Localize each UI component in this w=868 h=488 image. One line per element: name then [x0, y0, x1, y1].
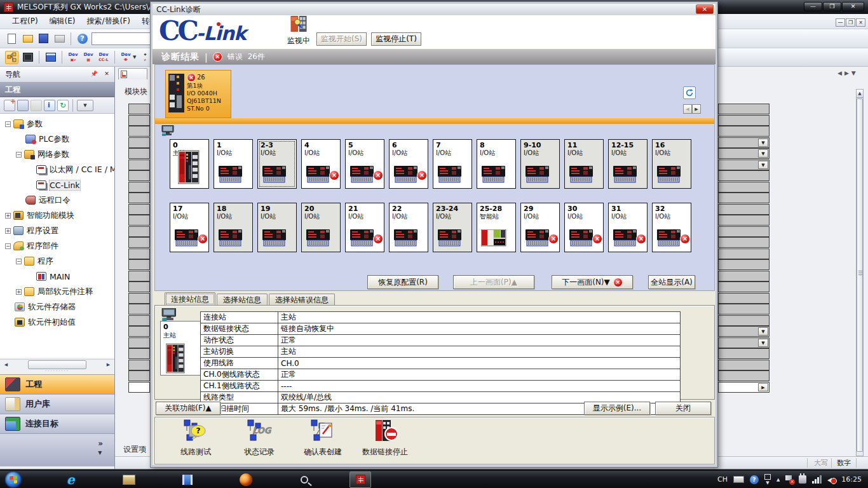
power-icon[interactable] — [799, 475, 806, 484]
collapse-icon[interactable]: − — [5, 243, 11, 249]
document-tab-scroll-arrows[interactable]: ◀▶▼ — [837, 70, 858, 76]
expand-icon[interactable]: + — [16, 289, 22, 295]
device-watch-dropdown[interactable]: ▼ — [133, 55, 136, 60]
tree-item-局部软元件注释[interactable]: +局部软元件注释 — [0, 284, 114, 299]
paste-icon[interactable] — [31, 100, 42, 111]
firefox-icon[interactable] — [236, 471, 255, 488]
menu-item-0[interactable]: 工程(P) — [6, 14, 44, 29]
scroll-right-arrow[interactable]: ▶ — [104, 360, 113, 369]
gx-works2-taskbar-button[interactable] — [349, 471, 371, 488]
save-icon[interactable] — [37, 32, 50, 45]
help-icon[interactable]: ? — [76, 32, 89, 45]
grid-button-1[interactable]: 上一画面(P)▲ — [453, 275, 534, 289]
panel-button-user-library[interactable]: 用户库 — [0, 394, 114, 414]
grid-button-0[interactable]: 恢复原配置(R) — [367, 275, 438, 289]
navigation-window-icon[interactable] — [5, 51, 18, 64]
next-module-button[interactable]: ▶ — [692, 104, 701, 114]
tab-选择站信息[interactable]: 选择站信息 — [217, 294, 268, 306]
copy-icon[interactable] — [17, 100, 29, 111]
tree-item-软元件初始值[interactable]: 软元件初始值 — [0, 315, 114, 330]
scroll-left-arrow[interactable]: ◀ — [1, 360, 11, 369]
grid-button-2[interactable]: 下一画面(N)▼× — [552, 275, 633, 289]
media-player-icon[interactable] — [178, 471, 197, 488]
mdi-minimize-button[interactable]: — — [836, 18, 845, 27]
menu-item-1[interactable]: 编辑(E) — [44, 14, 81, 29]
search-tool-icon[interactable] — [295, 471, 314, 488]
tool-数据链接停止[interactable]: 数据链接停止 — [352, 419, 418, 458]
tree-item-网络参数[interactable]: −网络参数 — [0, 147, 114, 162]
station-12-15[interactable]: 12-15I/O站 — [608, 139, 648, 189]
refresh-button[interactable] — [683, 86, 696, 99]
related-functions-button[interactable]: 关联功能(F)▲ — [156, 402, 220, 415]
property-icon[interactable] — [44, 100, 55, 111]
station-4[interactable]: 4I/O站× — [301, 139, 341, 189]
station-22[interactable]: 22I/O站 — [389, 203, 428, 252]
collapse-icon[interactable]: − — [16, 259, 22, 264]
station-8[interactable]: 8I/O站 — [477, 139, 516, 189]
station-9-10[interactable]: 9-10I/O站 — [520, 139, 560, 189]
tree-item-CC-Link[interactable]: CC-Link — [0, 177, 114, 193]
ime-dropdown-icon[interactable]: ▼ — [766, 480, 769, 485]
print-icon[interactable] — [53, 32, 66, 45]
device-cclink-icon[interactable]: DevCC-L — [97, 51, 110, 64]
network-signal-icon[interactable] — [812, 475, 822, 484]
station-21[interactable]: 21I/O站× — [345, 203, 384, 252]
station-16[interactable]: 16I/O站 — [652, 139, 691, 189]
panel-splitter[interactable]: ········· — [0, 370, 114, 374]
station-0[interactable]: 0主站 — [170, 139, 209, 189]
tree-item-程序部件[interactable]: −程序部件 — [0, 238, 114, 254]
tree-item-以太网 / CC IE / M[interactable]: 以太网 / CC IE / M — [0, 162, 114, 177]
station-23-24[interactable]: 23-24I/O站 — [433, 203, 472, 252]
new-item-icon[interactable] — [4, 100, 15, 111]
master-module-card[interactable]: ×26 第1块 I/O 0040H QJ61BT11N ST.No 0 — [165, 70, 231, 118]
nav-scrollbar-thumb[interactable] — [28, 360, 86, 369]
dialog-titlebar[interactable]: CC-Link诊断 ✕ — [153, 4, 715, 15]
station-19[interactable]: 19I/O站 — [257, 203, 297, 252]
more-panels-chevron-icon[interactable]: »▾ — [98, 439, 103, 457]
start-button[interactable] — [5, 471, 22, 488]
tool-确认表创建[interactable]: 确认表创建 — [290, 419, 356, 458]
tree-item-软元件存储器[interactable]: 软元件存储器 — [0, 299, 114, 315]
monitor-stop-button[interactable]: 监视停止(T) — [371, 32, 421, 46]
tool-线路测试[interactable]: ?线路测试 — [163, 419, 229, 458]
tree-item-参数[interactable]: −参数 — [0, 116, 114, 132]
tree-item-PLC参数[interactable]: PLC参数 — [0, 132, 114, 147]
nav-horizontal-scrollbar[interactable]: ◀ ▶ — [0, 359, 114, 370]
dropdown-arrow-icon[interactable]: ▼ — [758, 161, 768, 169]
collapse-icon[interactable]: − — [16, 152, 22, 158]
background-document-tab[interactable] — [118, 68, 147, 79]
station-18[interactable]: 18I/O站 — [214, 203, 253, 252]
tool-状态记录[interactable]: LOG状态记录 — [226, 419, 292, 458]
station-17[interactable]: 17I/O站× — [170, 203, 209, 252]
device-list-icon[interactable]: Dev▦ — [82, 51, 95, 64]
library-folder-icon[interactable] — [119, 471, 139, 488]
monitor-start-button[interactable]: 监视开始(S) — [316, 32, 367, 46]
device-watch-icon[interactable]: Dev👁 — [119, 51, 132, 64]
minimize-button[interactable]: — — [804, 2, 822, 11]
panel-button-project[interactable]: 工程 — [0, 374, 114, 394]
station-29[interactable]: 29I/O站× — [520, 203, 560, 252]
station-11[interactable]: 11I/O站 — [564, 139, 604, 189]
expand-icon[interactable]: + — [5, 228, 11, 234]
tree-item-程序[interactable]: −程序 — [0, 254, 114, 269]
program-editor-icon[interactable] — [44, 51, 57, 64]
station-7[interactable]: 7I/O站 — [433, 139, 472, 189]
scrollbar-thumb[interactable] — [857, 98, 863, 452]
station-6[interactable]: 6I/O站× — [389, 139, 428, 189]
tree-item-远程口令[interactable]: 远程口令 — [0, 193, 114, 208]
pin-icon[interactable]: 📌 — [89, 70, 99, 79]
grid-button-3[interactable]: 全站显示(A) — [648, 275, 695, 289]
tab-选择站错误信息[interactable]: 选择站错误信息 — [269, 294, 335, 306]
dropdown-arrow-icon[interactable]: ▼ — [758, 339, 768, 347]
sort-filter-icon[interactable]: ▼ — [77, 100, 93, 111]
open-project-icon[interactable] — [21, 32, 34, 45]
scroll-up-arrow[interactable]: ▲ — [857, 90, 863, 98]
prev-module-button[interactable]: ◀ — [683, 104, 692, 114]
station-1[interactable]: 1I/O站 — [214, 139, 253, 189]
refresh-icon[interactable]: ↻ — [57, 100, 69, 111]
tab-连接站信息[interactable]: 连接站信息 — [165, 292, 215, 306]
dropdown-arrow-icon[interactable]: ▼ — [758, 149, 768, 158]
mdi-restore-button[interactable]: ❐ — [846, 18, 855, 27]
station-5[interactable]: 5I/O站× — [345, 139, 384, 189]
expand-icon[interactable]: + — [5, 213, 11, 219]
